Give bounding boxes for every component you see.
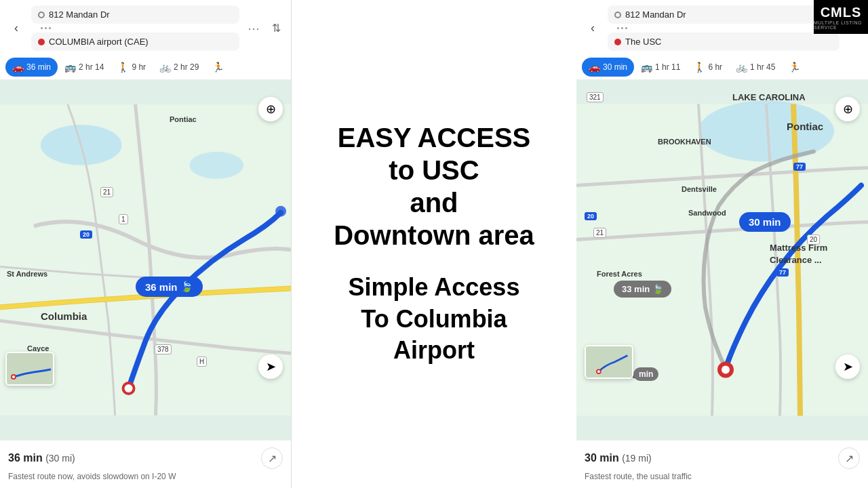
heading-to-usc: to USC <box>334 154 534 186</box>
right-destination-text: The USC <box>625 37 833 47</box>
road-378-shield: 378 <box>155 344 172 354</box>
left-tab-walk[interactable]: 🚶 9 hr <box>111 58 153 77</box>
right-origin-field[interactable]: 812 Mandan Dr <box>608 5 840 24</box>
layers-icon: ⊕ <box>266 102 276 117</box>
left-transport-tabs: 🚗 36 min 🚌 2 hr 14 🚶 9 hr 🚲 2 hr 29 🏃 <box>0 55 291 80</box>
connector-dot-1 <box>41 27 43 29</box>
right-alt-badge-time: 33 min <box>622 284 650 294</box>
right-route-fields: 812 Mandan Dr The USC <box>608 5 840 51</box>
right-layers-button[interactable]: ⊕ <box>835 97 860 121</box>
left-more-button[interactable]: ⋯ <box>245 21 262 36</box>
right-compass-button[interactable]: ➤ <box>835 354 860 379</box>
left-map-area: Pontiac Columbia Cayce St Andrews 21 1 2… <box>0 80 291 440</box>
right-walk-icon: 🚶 <box>694 62 705 73</box>
road-H-shield: H <box>197 357 207 367</box>
origin-dot-icon <box>38 12 45 18</box>
right-compass-icon: ➤ <box>843 359 853 374</box>
right-origin-dot-icon <box>614 12 621 18</box>
bus-icon: 🚌 <box>64 62 76 73</box>
left-origin-field[interactable]: 812 Mandan Dr <box>31 5 239 24</box>
left-tab-walk-label: 9 hr <box>132 62 146 72</box>
right-layers-icon: ⊕ <box>843 102 853 117</box>
svg-point-5 <box>275 206 286 217</box>
right-bus-icon: 🚌 <box>641 62 652 73</box>
right-tab-walk[interactable]: 🚶 6 hr <box>687 58 729 77</box>
right-tab-transit[interactable]: 🚌 1 hr 11 <box>634 58 687 77</box>
left-badge-time: 36 min <box>145 281 178 293</box>
walk-icon: 🚶 <box>117 62 129 73</box>
left-tab-transit-label: 2 hr 14 <box>79 62 104 72</box>
left-map-header: ‹ 812 Mandan Dr COLUMBIA airport (CAE) ⋯… <box>0 0 291 55</box>
left-map-panel: ‹ 812 Mandan Dr COLUMBIA airport (CAE) ⋯… <box>0 0 292 488</box>
right-transport-tabs: 🚗 30 min 🚌 1 hr 11 🚶 6 hr 🚲 1 hr 45 🏃 <box>576 55 868 80</box>
cmls-badge: CMLS MULTIPLE LISTING SERVICE <box>814 0 868 34</box>
svg-point-4 <box>125 384 133 392</box>
svg-point-15 <box>597 370 600 373</box>
left-footer-time: 36 min <box>8 452 43 464</box>
center-main-heading: EASY ACCESS to USC and Downtown area <box>334 121 534 251</box>
right-map-svg <box>576 80 868 440</box>
right-route-summary: 30 min (19 mi) ↗ <box>585 447 860 469</box>
left-share-button[interactable]: ↗ <box>261 447 283 469</box>
right-thumbnail-svg <box>586 345 632 379</box>
right-destination-field[interactable]: The USC <box>608 33 840 51</box>
left-destination-field[interactable]: COLUMBIA airport (CAE) <box>31 33 239 51</box>
road-1-shield: 1 <box>119 214 128 224</box>
right-map-footer: 30 min (19 mi) ↗ Fastest route, the usua… <box>576 440 868 488</box>
left-route-time-badge: 36 min 🍃 <box>136 277 203 297</box>
heading-downtown: Downtown area <box>334 219 534 251</box>
left-tab-bike[interactable]: 🚲 2 hr 29 <box>153 58 205 77</box>
left-tab-other[interactable]: 🏃 <box>205 58 231 77</box>
left-header-row: ‹ 812 Mandan Dr COLUMBIA airport (CAE) ⋯… <box>7 5 284 51</box>
right-tab-bike-label: 1 hr 45 <box>750 62 775 72</box>
svg-point-2 <box>189 152 243 179</box>
road-21-shield: 21 <box>100 187 113 197</box>
heading-and: and <box>334 186 534 219</box>
right-tab-other[interactable]: 🏃 <box>782 58 807 77</box>
right-map-panel: CMLS MULTIPLE LISTING SERVICE ‹ 812 Mand… <box>576 0 868 488</box>
right-destination-dot-icon <box>614 39 621 45</box>
left-route-fields: 812 Mandan Dr COLUMBIA airport (CAE) <box>31 5 239 51</box>
right-tab-bike[interactable]: 🚲 1 hr 45 <box>729 58 782 77</box>
left-tab-drive-label: 36 min <box>26 62 51 72</box>
heading-easy-access: EASY ACCESS <box>334 121 534 154</box>
right-tab-drive-label: 30 min <box>603 62 627 72</box>
svg-point-8 <box>12 375 15 378</box>
right-bike-icon: 🚲 <box>736 62 747 73</box>
connector-dot-3 <box>49 27 51 29</box>
right-back-button[interactable]: ‹ <box>583 19 602 38</box>
right-tab-transit-label: 1 hr 11 <box>655 62 680 72</box>
right-tab-walk-label: 6 hr <box>708 62 722 72</box>
person-icon: 🏃 <box>212 62 224 73</box>
leaf-icon: 🍃 <box>180 281 193 293</box>
bike-icon: 🚲 <box>159 62 171 73</box>
subheading-to-columbia: To Columbia <box>349 304 520 336</box>
right-connector-dot-2 <box>621 27 623 29</box>
cmls-text: CMLS <box>821 5 862 20</box>
left-layers-button[interactable]: ⊕ <box>258 97 283 121</box>
road-20-top-right: 20 <box>807 235 820 245</box>
right-share-button[interactable]: ↗ <box>838 447 860 469</box>
right-tab-drive[interactable]: 🚗 30 min <box>582 58 634 77</box>
right-route-description: Fastest route, the usual traffic <box>585 472 860 481</box>
right-interstate-77-b-shield: 77 <box>793 163 806 171</box>
destination-dot-icon <box>38 39 45 45</box>
thumbnail-svg <box>7 353 54 386</box>
left-route-description: Fastest route now, avoids slowdown on I-… <box>8 472 283 481</box>
left-tab-drive[interactable]: 🚗 36 min <box>5 58 58 77</box>
right-origin-text: 812 Mandan Dr <box>625 9 833 20</box>
connector-dot-2 <box>45 27 47 29</box>
svg-rect-13 <box>586 346 632 378</box>
left-tab-bike-label: 2 hr 29 <box>174 62 199 72</box>
svg-point-12 <box>722 366 730 374</box>
right-alt-route-badge: 33 min 🍃 <box>614 281 671 298</box>
left-compass-button[interactable]: ➤ <box>258 354 283 379</box>
right-interstate-77-a-shield: 77 <box>776 268 789 277</box>
thumb-min-label: min <box>633 367 658 381</box>
left-back-button[interactable]: ‹ <box>7 19 26 38</box>
left-tab-transit[interactable]: 🚌 2 hr 14 <box>58 58 111 77</box>
left-map-svg <box>0 80 291 440</box>
left-swap-button[interactable]: ⇅ <box>268 20 284 37</box>
right-footer-distance: (19 mi) <box>622 453 652 464</box>
right-interstate-20-shield: 20 <box>585 212 597 220</box>
